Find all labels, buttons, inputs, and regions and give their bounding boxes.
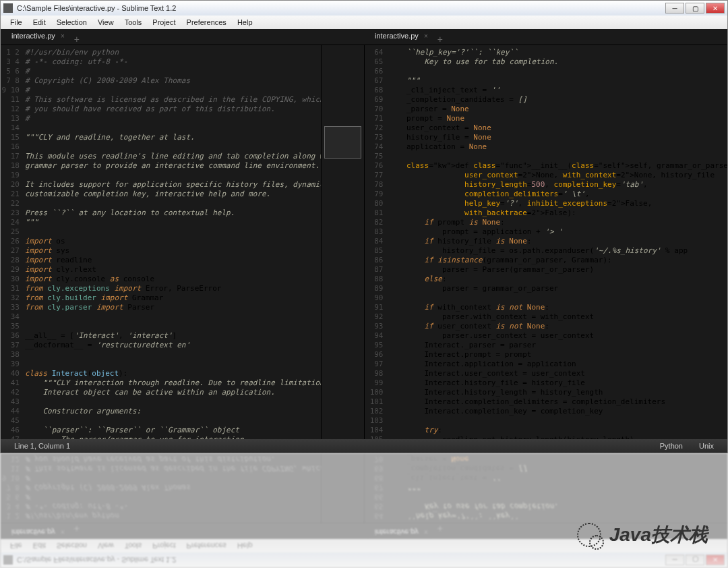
tab-close-icon[interactable]: × xyxy=(61,32,65,40)
menu-help[interactable]: Help xyxy=(232,542,258,550)
menu-tools[interactable]: Tools xyxy=(119,542,148,550)
tab-add-left[interactable]: + xyxy=(69,523,85,534)
tab-right[interactable]: interactive.py × xyxy=(367,523,432,538)
tab-add-left[interactable]: + xyxy=(69,34,85,45)
watermark-text: Java技术栈 xyxy=(609,522,708,548)
minimap-left[interactable] xyxy=(321,453,364,523)
code-right[interactable]: ``help_key='?'``: ``key`` Key to use for… xyxy=(389,453,728,523)
tab-close-icon[interactable]: × xyxy=(424,528,428,536)
editor-area: 1 2 3 4 5 6 7 8 9 10 11 12 13 14 15 16 1… xyxy=(1,453,727,523)
tab-close-icon[interactable]: × xyxy=(61,528,65,536)
window-title: C:\Sample Files\interactive.py - Sublime… xyxy=(17,4,665,12)
tab-right-label: interactive.py xyxy=(375,32,419,40)
gutter-left: 1 2 3 4 5 6 7 8 9 10 11 12 13 14 15 16 1… xyxy=(1,453,25,523)
left-pane: 1 2 3 4 5 6 7 8 9 10 11 12 13 14 15 16 1… xyxy=(1,45,365,439)
menu-project[interactable]: Project xyxy=(147,542,181,550)
menu-preferences[interactable]: Preferences xyxy=(181,18,232,26)
titlebar[interactable]: C:\Sample Files\interactive.py - Sublime… xyxy=(1,552,727,567)
menu-tools[interactable]: Tools xyxy=(119,18,148,26)
close-button[interactable]: ✕ xyxy=(706,555,725,565)
reflection: C:\Sample Files\interactive.py - Sublime… xyxy=(0,453,728,568)
tab-left-label: interactive.py xyxy=(11,528,55,536)
minimize-button[interactable]: ─ xyxy=(665,3,684,13)
app-icon xyxy=(3,555,13,565)
tab-right[interactable]: interactive.py × xyxy=(367,30,432,45)
tab-right-label: interactive.py xyxy=(375,528,419,536)
code-right[interactable]: ``help_key='?'``: ``key`` Key to use for… xyxy=(389,45,728,439)
tab-left[interactable]: interactive.py × xyxy=(3,523,69,538)
code-left[interactable]: #!/usr/bin/env python # -*- coding: utf-… xyxy=(25,45,321,439)
maximize-button[interactable]: ▢ xyxy=(686,555,704,565)
window-controls: ─ ▢ ✕ xyxy=(665,555,725,565)
menu-file[interactable]: File xyxy=(5,18,28,26)
menu-preferences[interactable]: Preferences xyxy=(181,542,232,550)
menu-file[interactable]: File xyxy=(5,542,28,550)
minimap-left[interactable] xyxy=(321,45,364,439)
maximize-button[interactable]: ▢ xyxy=(686,3,704,13)
titlebar[interactable]: C:\Sample Files\interactive.py - Sublime… xyxy=(1,1,727,16)
tab-add-right[interactable]: + xyxy=(432,523,448,534)
menu-project[interactable]: Project xyxy=(147,18,181,26)
menu-selection[interactable]: Selection xyxy=(51,18,92,26)
code-left[interactable]: #!/usr/bin/env python # -*- coding: utf-… xyxy=(25,453,321,523)
menu-help[interactable]: Help xyxy=(232,18,258,26)
tab-close-icon[interactable]: × xyxy=(424,32,428,40)
menu-selection[interactable]: Selection xyxy=(51,542,92,550)
tab-left-label: interactive.py xyxy=(11,32,55,40)
gutter-right: 64 65 66 67 68 69 70 71 72 73 74 75 76 7… xyxy=(365,45,389,439)
tab-add-right[interactable]: + xyxy=(432,34,448,45)
minimize-button[interactable]: ─ xyxy=(665,555,684,565)
sublime-window: C:\Sample Files\interactive.py - Sublime… xyxy=(0,453,728,568)
window-controls: ─ ▢ ✕ xyxy=(665,3,725,13)
sublime-window: C:\Sample Files\interactive.py - Sublime… xyxy=(0,0,728,453)
close-button[interactable]: ✕ xyxy=(706,3,725,13)
menu-edit[interactable]: Edit xyxy=(28,18,51,26)
menubar: File Edit Selection View Tools Project P… xyxy=(1,16,727,29)
status-syntax[interactable]: Python xyxy=(652,442,691,450)
menu-view[interactable]: View xyxy=(92,542,119,550)
tab-bar: interactive.py × + interactive.py × + xyxy=(1,29,727,45)
minimap-viewport[interactable] xyxy=(324,126,361,159)
menu-view[interactable]: View xyxy=(92,18,119,26)
wechat-icon xyxy=(577,523,601,547)
tab-left[interactable]: interactive.py × xyxy=(3,30,69,45)
statusbar: Line 1, Column 1 Python Unix xyxy=(1,439,727,453)
left-pane: 1 2 3 4 5 6 7 8 9 10 11 12 13 14 15 16 1… xyxy=(1,453,365,523)
watermark: Java技术栈 xyxy=(577,522,708,548)
editor-area: 1 2 3 4 5 6 7 8 9 10 11 12 13 14 15 16 1… xyxy=(1,45,727,439)
status-cursor[interactable]: Line 1, Column 1 xyxy=(6,442,652,450)
gutter-left: 1 2 3 4 5 6 7 8 9 10 11 12 13 14 15 16 1… xyxy=(1,45,25,439)
right-pane: 64 65 66 67 68 69 70 71 72 73 74 75 76 7… xyxy=(365,45,728,439)
gutter-right: 64 65 66 67 68 69 70 71 72 73 74 75 76 7… xyxy=(365,453,389,523)
status-lineend[interactable]: Unix xyxy=(691,442,722,450)
window-title: C:\Sample Files\interactive.py - Sublime… xyxy=(17,556,665,564)
right-pane: 64 65 66 67 68 69 70 71 72 73 74 75 76 7… xyxy=(365,453,728,523)
app-icon xyxy=(3,3,13,13)
menu-edit[interactable]: Edit xyxy=(28,542,51,550)
